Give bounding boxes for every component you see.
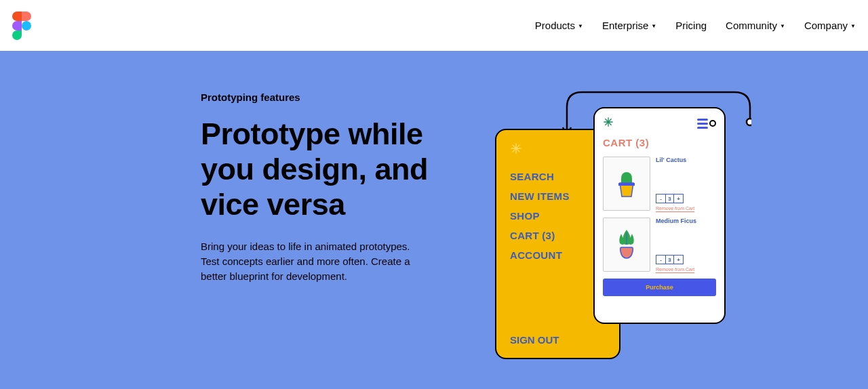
- nav-products[interactable]: Products ▼: [535, 20, 583, 31]
- mockup-cart-screen: CART (3) Lil' Cactus - 3 +: [593, 107, 726, 324]
- cart-title: CART (3): [603, 137, 716, 148]
- quantity-stepper: - 3 +: [656, 255, 684, 264]
- stepper-qty: 3: [665, 194, 674, 203]
- product-thumb-ficus: [603, 218, 650, 272]
- remove-link: Remove from Cart: [656, 206, 716, 211]
- svg-point-1: [747, 119, 751, 125]
- main-nav: Products ▼ Enterprise ▼ Pricing Communit…: [535, 20, 856, 31]
- chevron-down-icon: ▼: [780, 23, 785, 29]
- chevron-down-icon: ▼: [651, 23, 656, 29]
- hero-section: Prototyping features Prototype while you…: [0, 51, 868, 389]
- stepper-minus: -: [656, 255, 665, 264]
- figma-logo[interactable]: [12, 12, 31, 40]
- site-header: Products ▼ Enterprise ▼ Pricing Communit…: [0, 0, 868, 51]
- eyebrow: Prototyping features: [201, 91, 452, 103]
- purchase-button: Purchase: [603, 279, 716, 296]
- cart-item: Medium Ficus - 3 + Remove from Cart: [603, 218, 716, 272]
- body-copy: Bring your ideas to life in animated pro…: [201, 239, 425, 283]
- nav-community[interactable]: Community ▼: [726, 20, 785, 31]
- nav-company[interactable]: Company ▼: [804, 20, 856, 31]
- svg-rect-2: [618, 183, 635, 186]
- chevron-down-icon: ▼: [850, 23, 856, 29]
- menu-item-new: NEW ITEMS: [510, 190, 606, 202]
- stepper-minus: -: [656, 194, 665, 203]
- stepper-qty: 3: [665, 255, 674, 264]
- stepper-plus: +: [674, 255, 683, 264]
- product-name: Lil' Cactus: [656, 157, 716, 164]
- headline: Prototype while you design, and vice ver…: [201, 117, 452, 222]
- quantity-stepper: - 3 +: [656, 194, 684, 203]
- menu-item-account: ACCOUNT: [510, 249, 606, 261]
- nav-pricing[interactable]: Pricing: [675, 20, 707, 31]
- svg-point-0: [22, 21, 31, 30]
- cart-item: Lil' Cactus - 3 + Remove from Cart: [603, 157, 716, 211]
- menu-item-cart: CART (3): [510, 230, 606, 241]
- chevron-down-icon: ▼: [578, 23, 583, 29]
- product-thumb-cactus: [603, 157, 650, 211]
- hero-text: Prototyping features Prototype while you…: [201, 91, 452, 389]
- product-name: Medium Ficus: [656, 218, 716, 225]
- remove-link: Remove from Cart: [656, 267, 716, 272]
- menu-item-search: SEARCH: [510, 171, 606, 182]
- nav-enterprise[interactable]: Enterprise ▼: [602, 20, 656, 31]
- hamburger-icon: [697, 119, 716, 129]
- menu-item-shop: SHOP: [510, 210, 606, 222]
- sparkle-icon: [603, 117, 614, 130]
- stepper-plus: +: [674, 194, 683, 203]
- menu-item-signout: SIGN OUT: [510, 334, 606, 346]
- sparkle-icon: [510, 142, 606, 157]
